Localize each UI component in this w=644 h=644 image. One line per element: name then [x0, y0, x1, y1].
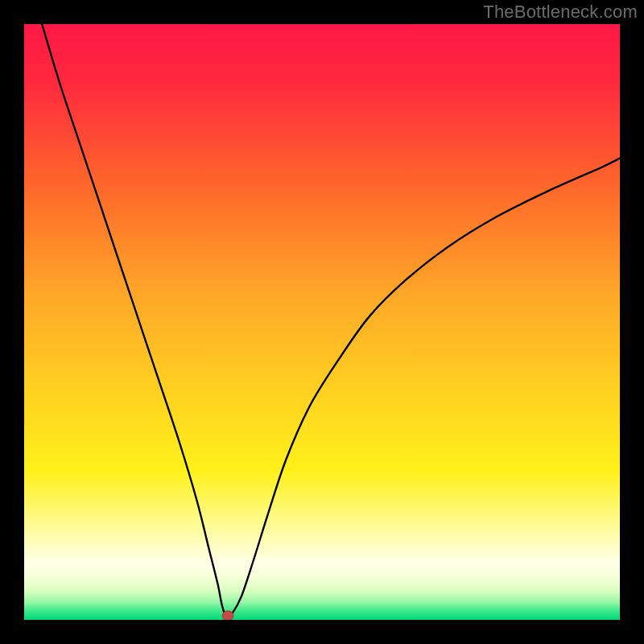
chart-stage: TheBottleneck.com — [0, 0, 644, 644]
plot-area — [24, 24, 620, 620]
watermark-text: TheBottleneck.com — [483, 2, 638, 23]
svg-rect-0 — [24, 24, 620, 620]
gradient-background — [24, 24, 620, 620]
